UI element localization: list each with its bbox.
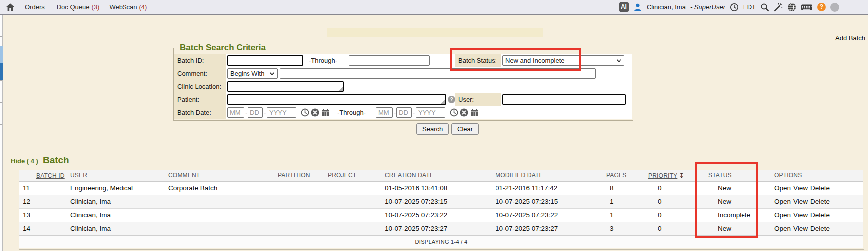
batch-status-select[interactable]: New and Incomplete — [502, 55, 624, 66]
batch-id-from-input[interactable] — [227, 55, 303, 66]
col-header-comment[interactable]: COMMENT — [165, 170, 274, 181]
cell-status: New — [705, 181, 771, 195]
help-icon[interactable]: ? — [817, 3, 826, 11]
col-header-priority[interactable]: PRIORITY↧ — [645, 170, 705, 181]
cell-pages: 1 — [603, 208, 645, 222]
nav-left: Orders Doc Queue (3) WebScan (4) — [6, 0, 147, 14]
date-dash: - — [394, 106, 396, 119]
delete-link[interactable]: Delete — [810, 184, 830, 192]
batch-date-from-yyyy-input[interactable] — [267, 107, 296, 118]
home-icon[interactable] — [6, 3, 15, 12]
nav-label: Orders — [25, 3, 45, 11]
calendar-icon[interactable] — [470, 108, 479, 117]
keyboard-icon[interactable] — [801, 3, 813, 12]
col-header-options: OPTIONS — [771, 170, 863, 181]
time-icon[interactable] — [301, 108, 309, 117]
search-icon[interactable] — [760, 3, 769, 12]
cell-options: OpenViewDelete — [771, 181, 863, 195]
table-footer-row: DISPLAYING 1-4 / 4 — [19, 235, 863, 248]
cell-comment — [165, 222, 274, 235]
calendar-icon[interactable] — [321, 108, 330, 117]
globe-icon[interactable] — [787, 3, 796, 12]
clinic-location-input[interactable] — [227, 81, 344, 92]
batch-date-label: Batch Date: — [174, 106, 226, 119]
comment-match-select[interactable]: Begins With — [227, 68, 278, 79]
time-icon[interactable] — [450, 108, 458, 117]
cell-partition — [274, 208, 324, 222]
cell-options: OpenViewDelete — [771, 222, 863, 235]
displaying-count: DISPLAYING 1-4 / 4 — [19, 235, 863, 248]
form-row-batch-id: Batch ID: -Through- Batch Status: New an… — [174, 54, 632, 67]
col-header-modified-date[interactable]: MODIFIED DATE — [492, 170, 603, 181]
nav-item-webscan[interactable]: WebScan (4) — [109, 3, 147, 11]
nav-count: (4) — [139, 3, 147, 11]
comment-input[interactable] — [280, 68, 596, 79]
cell-priority: 0 — [645, 208, 705, 222]
batch-date-to-dd-input[interactable] — [396, 107, 412, 118]
cell-modified-date: 01-21-2016 11:17:42 — [492, 181, 603, 195]
cell-priority: 0 — [645, 181, 705, 195]
presence-icon[interactable] — [830, 3, 839, 12]
search-button[interactable]: Search — [416, 123, 449, 135]
nav-item-orders[interactable]: Orders — [25, 3, 47, 11]
open-link[interactable]: Open — [774, 225, 791, 232]
view-link[interactable]: View — [793, 198, 808, 205]
col-header-project[interactable]: PROJECT — [324, 170, 381, 181]
col-header-pages[interactable]: PAGES — [603, 170, 645, 181]
cell-project — [324, 222, 381, 235]
col-header-creation-date[interactable]: CREATION DATE — [381, 170, 492, 181]
col-header-partition[interactable]: PARTITION — [274, 170, 324, 181]
cell-user: Engineering, Medical — [67, 181, 165, 195]
batch-id-to-input[interactable] — [349, 55, 430, 66]
wand-icon[interactable] — [774, 3, 783, 12]
user-label: User: — [455, 93, 501, 106]
open-link[interactable]: Open — [774, 184, 791, 192]
date-dash: - — [413, 106, 415, 119]
batch-search-legend: Batch Search Criteria — [177, 43, 268, 53]
clock-icon[interactable] — [730, 3, 739, 12]
date-dash: - — [245, 106, 247, 119]
cell-pages: 3 — [603, 222, 645, 235]
chevron-down-icon — [270, 71, 275, 76]
batch-section-title: Batch — [43, 155, 69, 166]
patient-label: Patient: — [174, 93, 226, 106]
batch-date-to-yyyy-input[interactable] — [416, 107, 445, 118]
cell-user: Clinician, Ima — [67, 208, 165, 222]
col-header-user[interactable]: USER — [67, 170, 165, 181]
patient-help-icon[interactable]: ? — [448, 96, 455, 103]
user-icon — [633, 3, 642, 12]
cell-creation-date: 10-07-2025 07:23:22 — [381, 208, 492, 222]
clear-date-icon[interactable] — [311, 108, 319, 117]
clinic-location-label: Clinic Location: — [174, 80, 226, 93]
col-header-status[interactable]: STATUS — [705, 170, 771, 181]
col-header-batch-id[interactable]: BATCH ID↥ — [19, 170, 67, 181]
user-name[interactable]: Clinician, Ima — [647, 3, 686, 11]
patient-input[interactable] — [227, 94, 446, 105]
cell-batch-id: 11 — [19, 181, 67, 195]
batch-date-from-mm-input[interactable] — [227, 107, 244, 118]
batch-date-to-mm-input[interactable] — [376, 107, 393, 118]
batch-status-value: New and Incomplete — [505, 57, 565, 64]
batch-date-from-dd-input[interactable] — [248, 107, 263, 118]
open-link[interactable]: Open — [774, 198, 791, 205]
form-row-batch-date: Batch Date: - - -Through- - - — [174, 106, 632, 119]
delete-link[interactable]: Delete — [810, 211, 830, 219]
nav-item-doc-queue[interactable]: Doc Queue (3) — [57, 3, 100, 11]
add-batch-link[interactable]: Add Batch — [835, 34, 865, 42]
delete-link[interactable]: Delete — [810, 225, 830, 232]
open-link[interactable]: Open — [774, 211, 791, 219]
ai-badge[interactable]: AI — [619, 2, 629, 11]
user-input[interactable] — [502, 94, 626, 105]
nav-label: WebScan — [109, 3, 137, 11]
hide-batch-link[interactable]: Hide ( 4 ) — [11, 157, 38, 165]
table-header-row: BATCH ID↥ USER COMMENT PARTITION PROJECT… — [19, 170, 863, 181]
delete-link[interactable]: Delete — [810, 198, 830, 205]
highlight-strip — [327, 28, 543, 37]
cell-priority: 0 — [645, 222, 705, 235]
clear-button[interactable]: Clear — [451, 123, 479, 135]
sidebar-scroll-thumb[interactable] — [0, 63, 3, 80]
view-link[interactable]: View — [793, 211, 808, 219]
view-link[interactable]: View — [793, 184, 808, 192]
view-link[interactable]: View — [793, 225, 808, 232]
clear-date-icon[interactable] — [460, 108, 468, 117]
